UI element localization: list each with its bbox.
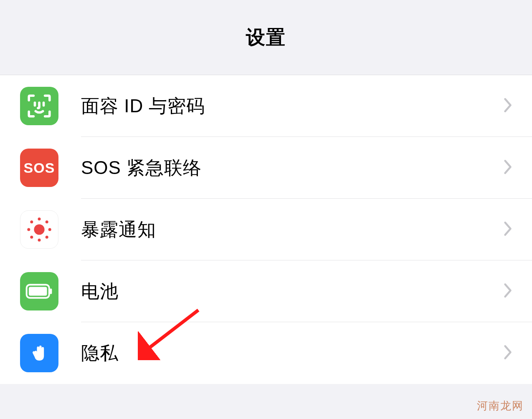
svg-point-6 [46,236,48,239]
battery-icon [20,272,58,310]
row-faceid-password[interactable]: 面容 ID 与密码 [0,75,532,137]
svg-point-7 [38,239,41,242]
watermark: 河南龙网 [477,399,524,413]
svg-point-9 [27,228,30,231]
face-id-icon [20,87,58,125]
chevron-right-icon [504,159,513,177]
chevron-right-icon [504,283,513,300]
row-label: 隐私 [81,341,504,366]
svg-point-4 [46,220,48,223]
svg-rect-13 [50,288,52,294]
row-sos-emergency[interactable]: SOS SOS 紧急联络 [0,137,532,199]
row-label: 面容 ID 与密码 [81,94,504,119]
page-title: 设置 [246,25,286,50]
chevron-right-icon [504,344,513,362]
row-privacy[interactable]: 隐私 [0,322,532,384]
svg-point-5 [48,228,51,231]
chevron-right-icon [504,97,513,115]
settings-list: 面容 ID 与密码 SOS SOS 紧急联络 [0,75,532,384]
privacy-icon [20,334,58,372]
header: 设置 [0,0,532,75]
row-exposure-notification[interactable]: 暴露通知 [0,199,532,260]
row-label: 暴露通知 [81,217,504,242]
row-label: SOS 紧急联络 [81,156,504,180]
svg-point-8 [30,236,33,239]
sos-icon-text: SOS [24,160,55,176]
sos-icon: SOS [20,149,58,187]
svg-point-3 [38,217,41,220]
svg-point-10 [30,220,33,223]
row-label: 电池 [81,279,504,304]
exposure-icon [20,210,58,249]
row-battery[interactable]: 电池 [0,260,532,322]
svg-rect-12 [29,287,47,295]
chevron-right-icon [504,221,513,238]
svg-point-2 [34,224,44,235]
